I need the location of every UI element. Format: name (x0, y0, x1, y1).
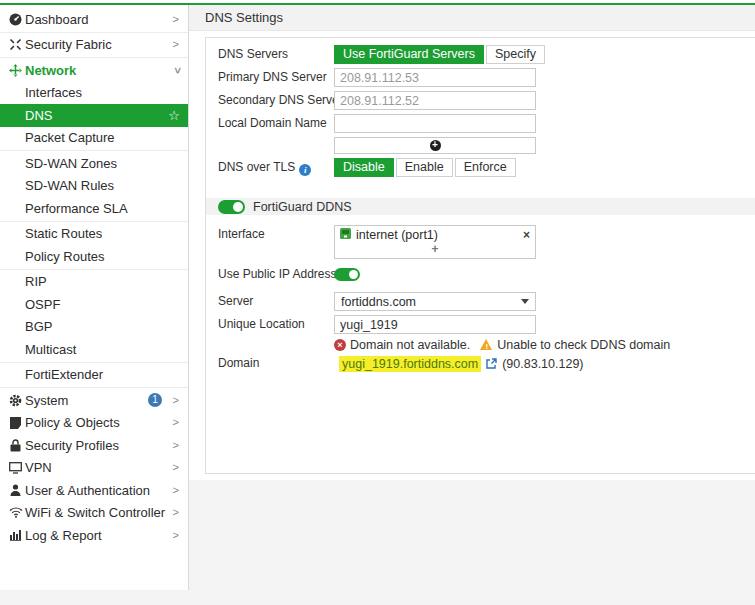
local-domain-row: Local Domain Name (206, 114, 755, 133)
tls-disable-button[interactable]: Disable (334, 158, 394, 177)
dns-over-tls-label: DNS over TLS (218, 160, 295, 174)
specify-button[interactable]: Specify (486, 45, 545, 64)
server-row: Server fortiddns.com (206, 292, 755, 311)
sidebar-item-bgp[interactable]: BGP (0, 316, 188, 339)
sidebar-item-security-fabric[interactable]: Security Fabric > (0, 34, 188, 57)
dns-over-tls-segmented: Disable Enable Enforce (334, 158, 516, 177)
sidebar-item-ospf[interactable]: OSPF (0, 293, 188, 316)
sidebar-item-fortiextender[interactable]: FortiExtender (0, 364, 188, 387)
sidebar-item-label: DNS (25, 108, 52, 123)
unique-location-input[interactable] (334, 315, 536, 334)
sidebar-item-vpn[interactable]: VPN > (0, 457, 188, 480)
sidebar-item-security-profiles[interactable]: Security Profiles > (0, 434, 188, 457)
sidebar-item-label: Packet Capture (25, 130, 115, 145)
sidebar-item-policy-routes[interactable]: Policy Routes (0, 245, 188, 268)
sidebar-item-wifi-switch[interactable]: WiFi & Switch Controller > (0, 502, 188, 525)
use-public-ip-toggle[interactable] (334, 268, 360, 281)
sidebar-item-label: OSPF (25, 297, 60, 312)
content-area: DNS Servers Use FortiGuard Servers Speci… (189, 31, 755, 480)
interface-row: Interface internet (port1) × + (206, 225, 755, 259)
sidebar-item-label: Network (25, 63, 76, 78)
interface-entry[interactable]: internet (port1) × (335, 226, 535, 243)
sidebar-item-label: Static Routes (25, 226, 102, 241)
dns-servers-segmented: Use FortiGuard Servers Specify (334, 45, 545, 64)
interface-selector: internet (port1) × + (334, 225, 536, 259)
sidebar-item-label: Log & Report (25, 528, 102, 543)
use-fortiguard-servers-button[interactable]: Use FortiGuard Servers (334, 45, 484, 64)
primary-dns-row: Primary DNS Server (206, 68, 755, 87)
chevron-right-icon: > (173, 507, 179, 518)
sidebar-item-log-report[interactable]: Log & Report > (0, 524, 188, 547)
domain-link[interactable]: yugi_1919.fortiddns.com (339, 356, 481, 372)
monitor-icon (6, 462, 25, 474)
sidebar: Dashboard > Security Fabric > Network > … (0, 5, 189, 590)
interface-label: Interface (218, 225, 334, 244)
use-public-ip-row: Use Public IP Address (206, 265, 755, 284)
sidebar-separator (0, 32, 188, 33)
secondary-dns-input[interactable] (334, 91, 536, 110)
user-icon (6, 484, 25, 496)
use-public-ip-label: Use Public IP Address (218, 265, 334, 284)
wifi-icon (6, 507, 25, 518)
sidebar-item-label: SD-WAN Zones (25, 156, 117, 171)
sidebar-item-user-authentication[interactable]: User & Authentication > (0, 479, 188, 502)
local-domain-label: Local Domain Name (218, 114, 334, 133)
sidebar-item-label: VPN (25, 460, 52, 475)
sidebar-item-label: FortiExtender (25, 367, 103, 382)
network-icon (6, 64, 25, 77)
sidebar-item-label: RIP (25, 274, 47, 289)
sidebar-item-packet-capture[interactable]: Packet Capture (0, 127, 188, 150)
tls-enable-button[interactable]: Enable (396, 158, 453, 177)
unique-location-row: Unique Location (206, 315, 755, 334)
sidebar-separator (0, 57, 188, 58)
sidebar-item-label: Performance SLA (25, 201, 128, 216)
gauge-icon (6, 13, 25, 26)
sidebar-item-sdwan-zones[interactable]: SD-WAN Zones (0, 152, 188, 175)
sidebar-item-performance-sla[interactable]: Performance SLA (0, 197, 188, 220)
sidebar-item-interfaces[interactable]: Interfaces (0, 82, 188, 105)
sidebar-item-label: Policy & Objects (25, 415, 120, 430)
info-icon[interactable]: i (299, 164, 311, 176)
sidebar-separator (0, 387, 188, 388)
primary-dns-input[interactable] (334, 68, 536, 87)
sidebar-item-system[interactable]: System 1 > (0, 389, 188, 412)
tls-enforce-button[interactable]: Enforce (455, 158, 516, 177)
sidebar-item-network[interactable]: Network > (0, 59, 188, 82)
domain-label: Domain (218, 354, 334, 373)
local-domain-input[interactable] (334, 114, 536, 133)
chevron-down-icon: > (171, 67, 182, 73)
server-select[interactable]: fortiddns.com (334, 292, 536, 311)
star-icon[interactable]: ☆ (168, 109, 180, 122)
sidebar-item-policy-objects[interactable]: Policy & Objects > (0, 412, 188, 435)
chevron-right-icon: > (173, 395, 179, 406)
chevron-right-icon: > (173, 485, 179, 496)
error-icon: × (334, 339, 346, 351)
sidebar-item-label: Dashboard (25, 12, 89, 27)
plus-circle-icon: + (430, 140, 441, 151)
remove-interface-icon[interactable]: × (523, 229, 530, 241)
sidebar-separator (0, 362, 188, 363)
add-domain-button[interactable]: + (334, 137, 536, 154)
sidebar-item-sdwan-rules[interactable]: SD-WAN Rules (0, 175, 188, 198)
add-interface-button[interactable]: + (335, 243, 535, 258)
domain-ip: (90.83.10.129) (502, 357, 583, 371)
warning-icon: ! (480, 339, 493, 351)
sidebar-item-dashboard[interactable]: Dashboard > (0, 8, 188, 31)
sidebar-item-dns[interactable]: DNS ☆ (0, 104, 188, 127)
validation-messages: × Domain not available. ! Unable to chec… (334, 338, 755, 352)
sidebar-item-static-routes[interactable]: Static Routes (0, 223, 188, 246)
unique-location-label: Unique Location (218, 315, 334, 334)
dns-servers-label: DNS Servers (218, 45, 334, 64)
sidebar-item-label: BGP (25, 319, 52, 334)
sidebar-item-label: WiFi & Switch Controller (25, 505, 165, 520)
sidebar-item-label: Policy Routes (25, 249, 104, 264)
ddns-section-title: FortiGuard DDNS (253, 200, 352, 214)
domain-row: Domain yugi_1919.fortiddns.com (90.83.10… (206, 354, 755, 373)
sidebar-separator (0, 221, 188, 222)
primary-dns-label: Primary DNS Server (218, 68, 334, 87)
chevron-right-icon: > (173, 39, 179, 50)
sidebar-item-rip[interactable]: RIP (0, 271, 188, 294)
ddns-toggle[interactable] (218, 200, 245, 214)
sidebar-item-multicast[interactable]: Multicast (0, 338, 188, 361)
external-link-icon[interactable] (486, 355, 497, 373)
